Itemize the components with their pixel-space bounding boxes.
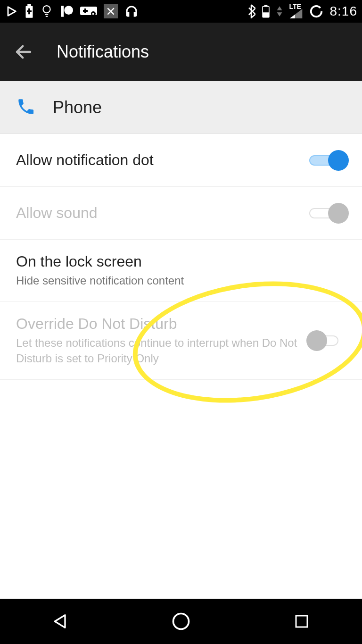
svg-marker-23 <box>289 15 295 18</box>
setting-title: Allow notification dot <box>16 151 300 169</box>
nav-back-button[interactable] <box>47 608 74 635</box>
setting-subtitle: Hide sensitive notification content <box>16 273 337 288</box>
status-bar: LTE 8:16 <box>0 0 362 23</box>
svg-marker-20 <box>277 6 282 10</box>
setting-override-dnd: Override Do Not Disturb Let these notifi… <box>0 302 362 380</box>
clock: 8:16 <box>330 4 358 19</box>
toggle-allow-notification-dot[interactable] <box>309 150 346 171</box>
signal-lte-icon: LTE <box>289 4 303 18</box>
svg-rect-2 <box>27 4 31 6</box>
svg-point-24 <box>311 6 321 17</box>
svg-marker-0 <box>8 7 16 16</box>
page-title: Notifications <box>57 42 149 62</box>
loading-icon <box>309 4 323 18</box>
nav-recent-button[interactable] <box>288 608 315 635</box>
network-label: LTE <box>289 4 301 9</box>
app-name: Phone <box>53 98 102 117</box>
play-icon <box>5 5 18 18</box>
setting-title: Allow sound <box>16 204 300 222</box>
svg-rect-8 <box>61 6 64 17</box>
bluetooth-icon <box>247 4 255 18</box>
setting-allow-notification-dot[interactable]: Allow notification dot <box>0 134 362 187</box>
headphones-icon <box>124 4 139 18</box>
app-bar: Notifications <box>0 23 362 81</box>
setting-title: On the lock screen <box>16 253 337 270</box>
close-app-icon <box>104 4 118 18</box>
toggle-override-dnd <box>309 330 346 351</box>
svg-rect-12 <box>84 8 86 13</box>
svg-rect-28 <box>296 616 307 627</box>
setting-allow-sound: Allow sound <box>0 187 362 240</box>
app-header: Phone <box>0 81 362 134</box>
svg-point-27 <box>173 614 189 629</box>
svg-marker-21 <box>277 12 282 17</box>
patreon-icon <box>59 5 74 18</box>
battery-status-icon <box>262 5 270 18</box>
data-arrows-icon <box>276 5 283 17</box>
setting-subtitle: Let these notifications continue to inte… <box>16 335 300 366</box>
setting-title: Override Do Not Disturb <box>16 315 300 333</box>
status-bar-left <box>5 4 139 19</box>
phone-icon <box>16 97 36 118</box>
svg-rect-14 <box>92 13 94 15</box>
setting-lock-screen[interactable]: On the lock screen Hide sensitive notifi… <box>0 240 362 302</box>
svg-point-9 <box>64 6 73 15</box>
back-button[interactable] <box>9 38 38 66</box>
svg-marker-26 <box>55 615 65 628</box>
svg-rect-4 <box>27 10 32 12</box>
battery-charging-icon <box>25 4 34 18</box>
nav-home-button[interactable] <box>168 608 194 635</box>
svg-rect-19 <box>263 12 269 17</box>
lightbulb-icon <box>41 4 53 19</box>
settings-list: Allow notification dot Allow sound On th… <box>0 134 362 380</box>
svg-point-5 <box>43 6 50 13</box>
navigation-bar <box>0 599 362 644</box>
status-bar-right: LTE 8:16 <box>247 4 358 19</box>
gamepad-icon <box>80 6 97 17</box>
toggle-allow-sound <box>309 202 346 224</box>
svg-rect-18 <box>264 5 267 6</box>
